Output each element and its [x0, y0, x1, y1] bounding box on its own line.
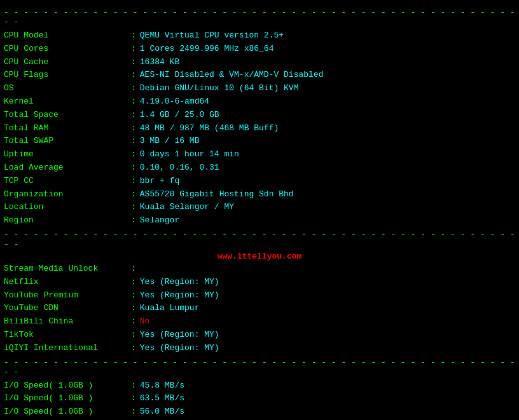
cpu-model-label: CPU Model [4, 29, 131, 43]
youtube-premium-value: Yes (Region: MY) [140, 289, 219, 302]
total-swap-value: 3 MB / 16 MB [140, 135, 200, 148]
io1-value: 45.8 MB/s [140, 379, 184, 393]
load-avg-label: Load Average [4, 161, 131, 175]
io1-row: I/O Speed( 1.0GB ) : 45.8 MB/s [4, 379, 515, 393]
kernel-row: Kernel : 4.19.0-6-amd64 [4, 95, 515, 109]
os-value: Debian GNU/Linux 10 (64 Bit) KVM [140, 82, 299, 95]
os-label: OS [4, 82, 131, 95]
io2-value: 63.5 MB/s [140, 392, 184, 405]
cpu-cache-label: CPU Cache [4, 56, 131, 69]
iqiyi-row: iQIYI International : Yes (Region: MY) [4, 342, 515, 355]
total-swap-label: Total SWAP [4, 135, 131, 148]
netflix-label: Netflix [4, 276, 131, 289]
divider-3: - - - - - - - - - - - - - - - - - - - - … [4, 358, 515, 377]
top-divider: - - - - - - - - - - - - - - - - - - - - … [4, 8, 515, 27]
youtube-cdn-row: YouTube CDN : Kuala Lumpur [4, 302, 515, 315]
bilibili-label: BiliBili China [4, 315, 131, 329]
netflix-value: Yes (Region: MY) [140, 276, 219, 289]
io2-row: I/O Speed( 1.0GB ) : 63.5 MB/s [4, 392, 515, 405]
watermark: www.lttellyou.com [4, 252, 515, 261]
cpu-model-value: QEMU Virtual CPU version 2.5+ [140, 29, 284, 43]
org-label: Organization [4, 188, 131, 201]
tiktok-value: Yes (Region: MY) [140, 329, 219, 342]
io3-row: I/O Speed( 1.0GB ) : 56.0 MB/s [4, 405, 515, 419]
cpu-cores-label: CPU Cores [4, 43, 131, 56]
tcp-cc-row: TCP CC : bbr + fq [4, 175, 515, 188]
uptime-label: Uptime [4, 148, 131, 161]
divider-2: - - - - - - - - - - - - - - - - - - - - … [4, 230, 515, 249]
bilibili-value: No [140, 315, 150, 329]
tiktok-row: TikTok : Yes (Region: MY) [4, 329, 515, 342]
io3-value: 56.0 MB/s [140, 405, 184, 419]
org-row: Organization : AS55720 Gigabit Hosting S… [4, 188, 515, 201]
kernel-value: 4.19.0-6-amd64 [140, 95, 209, 109]
tcp-cc-value: bbr + fq [140, 175, 179, 188]
load-avg-row: Load Average : 0.10, 0.16, 0.31 [4, 161, 515, 175]
kernel-label: Kernel [4, 95, 131, 109]
os-row: OS : Debian GNU/Linux 10 (64 Bit) KVM [4, 82, 515, 95]
tcp-cc-label: TCP CC [4, 175, 131, 188]
stream-header-label: Stream Media Unlock [4, 262, 131, 276]
io3-label: I/O Speed( 1.0GB ) [4, 405, 131, 419]
region-value: Selangor [140, 214, 179, 227]
io2-label: I/O Speed( 1.0GB ) [4, 392, 131, 405]
cpu-flags-row: CPU Flags : AES-NI Disabled & VM-x/AMD-V… [4, 69, 515, 82]
location-value: Kuala Selangor / MY [140, 201, 234, 214]
location-label: Location [4, 201, 131, 214]
cpu-flags-label: CPU Flags [4, 69, 131, 82]
total-space-row: Total Space : 1.4 GB / 25.0 GB [4, 109, 515, 122]
org-value: AS55720 Gigabit Hosting Sdn Bhd [140, 188, 294, 201]
cpu-cores-row: CPU Cores : 1 Cores 2499.996 MHz x86_64 [4, 43, 515, 56]
total-space-label: Total Space [4, 109, 131, 122]
youtube-cdn-label: YouTube CDN [4, 302, 131, 315]
total-ram-row: Total RAM : 48 MB / 987 MB (468 MB Buff) [4, 122, 515, 135]
iqiyi-label: iQIYI International [4, 342, 131, 355]
cpu-model-row: CPU Model : QEMU Virtual CPU version 2.5… [4, 29, 515, 43]
region-row: Region : Selangor [4, 214, 515, 227]
total-space-value: 1.4 GB / 25.0 GB [140, 109, 219, 122]
location-row: Location : Kuala Selangor / MY [4, 201, 515, 214]
total-swap-row: Total SWAP : 3 MB / 16 MB [4, 135, 515, 148]
youtube-premium-row: YouTube Premium : Yes (Region: MY) [4, 289, 515, 302]
youtube-premium-label: YouTube Premium [4, 289, 131, 302]
total-ram-value: 48 MB / 987 MB (468 MB Buff) [140, 122, 279, 135]
stream-header-row: Stream Media Unlock : [4, 262, 515, 276]
netflix-row: Netflix : Yes (Region: MY) [4, 276, 515, 289]
cpu-cache-value: 16384 KB [140, 56, 179, 69]
iqiyi-value: Yes (Region: MY) [140, 342, 219, 355]
cpu-cores-value: 1 Cores 2499.996 MHz x86_64 [140, 43, 274, 56]
bilibili-row: BiliBili China : No [4, 315, 515, 329]
uptime-value: 0 days 1 hour 14 min [140, 148, 239, 161]
tiktok-label: TikTok [4, 329, 131, 342]
youtube-cdn-value: Kuala Lumpur [140, 302, 200, 315]
cpu-cache-row: CPU Cache : 16384 KB [4, 56, 515, 69]
load-avg-value: 0.10, 0.16, 0.31 [140, 161, 219, 175]
uptime-row: Uptime : 0 days 1 hour 14 min [4, 148, 515, 161]
region-label: Region [4, 214, 131, 227]
cpu-flags-value: AES-NI Disabled & VM-x/AMD-V Disabled [140, 69, 324, 82]
io1-label: I/O Speed( 1.0GB ) [4, 379, 131, 393]
total-ram-label: Total RAM [4, 122, 131, 135]
